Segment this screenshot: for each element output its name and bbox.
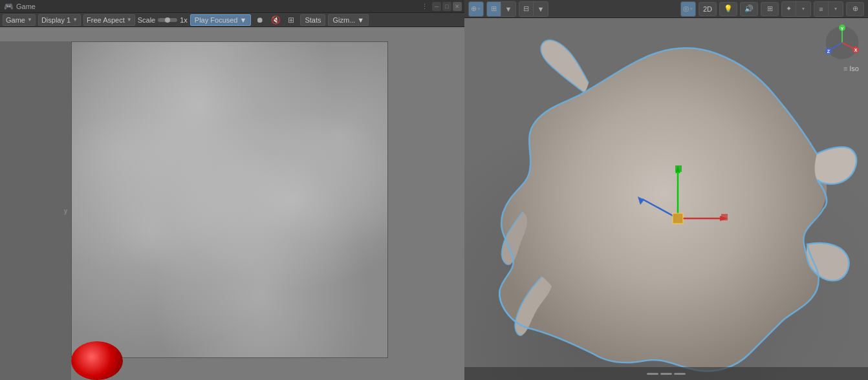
game-toolbar: Game ▼ Display 1 ▼ Free Aspect ▼ Scale 1…	[0, 13, 464, 27]
game-dropdown-arrow: ▼	[27, 17, 32, 23]
red-sphere	[71, 341, 123, 380]
scene-bottom-dots	[647, 373, 686, 375]
close-button[interactable]: ✕	[453, 2, 462, 11]
scene-viewport[interactable]: Y X Z ≡ Iso	[464, 18, 868, 380]
grid-snap-button[interactable]: ▼	[501, 2, 515, 16]
display-dropdown-arrow: ▼	[72, 17, 78, 23]
effects-dropdown-button[interactable]: ▼	[796, 2, 810, 16]
display-label: Display 1	[41, 16, 71, 24]
svg-rect-8	[675, 165, 682, 172]
render-mode-group: ◎ ▼	[680, 1, 696, 17]
snap-dropdown-button[interactable]: ▼	[534, 2, 548, 16]
gizmos-button[interactable]: Gizm... ▼	[328, 14, 369, 26]
game-canvas	[71, 41, 388, 358]
bottom-dot-3	[674, 373, 686, 375]
scene-bottom-bar	[464, 367, 868, 380]
scene-toolbar-right: ◎ ▼ 2D 💡 🔊 ⊞ ✦ ▼ ≡ ▼	[680, 1, 864, 17]
game-viewport[interactable]: y	[0, 27, 464, 380]
bottom-dot-1	[647, 373, 658, 375]
stats-label: Stats	[305, 16, 321, 24]
iso-text: Iso	[849, 65, 859, 72]
game-panel-title: Game	[16, 3, 36, 10]
game-dropdown[interactable]: Game ▼	[3, 14, 36, 26]
transform-tools-group: ⊕ ▼	[468, 1, 484, 17]
aspect-dropdown[interactable]: Free Aspect ▼	[83, 14, 135, 26]
stats-button[interactable]: Stats	[300, 14, 325, 26]
play-focused-button[interactable]: Play Focused ▼	[190, 14, 252, 26]
orientation-gizmo[interactable]: Y X Z	[823, 23, 862, 62]
game-panel-icon: 🎮	[4, 2, 14, 11]
play-focused-arrow: ▼	[240, 16, 247, 24]
display-dropdown[interactable]: Display 1 ▼	[38, 14, 81, 26]
mute-button[interactable]: 🔇	[269, 14, 282, 26]
game-panel: 🎮 Game ⋮ ─ □ ✕ Game ▼ Display 1 ▼ Free A…	[0, 0, 464, 380]
2d-label: 2D	[703, 5, 712, 13]
svg-text:Y: Y	[841, 26, 844, 31]
scene-audio-button[interactable]: 🔊	[740, 2, 758, 16]
2d-toggle-button[interactable]: 2D	[699, 2, 717, 16]
gizmo-button[interactable]: ⊕	[846, 2, 864, 16]
scale-control: Scale 1x	[138, 16, 188, 24]
scene-panel: ⊕ ▼ ⊞ ▼ ⊟ ▼ ◎ ▼ 2D	[464, 0, 868, 380]
minimize-button[interactable]: ─	[432, 2, 441, 11]
svg-rect-6	[673, 213, 683, 224]
visibility-button[interactable]: ≡	[814, 2, 829, 16]
y-axis-label: y	[63, 206, 69, 216]
play-focused-label: Play Focused	[195, 16, 238, 24]
left-strip: y	[0, 41, 71, 380]
dots-menu-icon[interactable]: ⋮	[421, 3, 428, 11]
scale-slider[interactable]	[158, 18, 177, 22]
grid-tools-group: ⊞ ▼	[486, 1, 516, 17]
maximize-button[interactable]: □	[442, 2, 451, 11]
game-titlebar: 🎮 Game ⋮ ─ □ ✕	[0, 0, 464, 13]
gizmos-arrow: ▼	[357, 16, 364, 24]
iso-label: ≡ Iso	[843, 65, 859, 72]
gizmo-svg: Y X Z	[823, 23, 862, 62]
bottom-dot-2	[660, 373, 672, 375]
iso-menu-icon: ≡	[843, 65, 847, 72]
render-mode-button[interactable]: ◎ ▼	[681, 2, 695, 16]
grid-button[interactable]: ⊞	[285, 14, 298, 26]
move-tool-button[interactable]: ⊕ ▼	[469, 2, 483, 16]
visibility-dropdown-button[interactable]: ▼	[829, 2, 843, 16]
grid-button[interactable]: ⊞	[487, 2, 501, 16]
snap-button[interactable]: ⊟	[519, 2, 534, 16]
game-label: Game	[6, 16, 25, 24]
scene-camera-button[interactable]: ⊞	[761, 2, 779, 16]
effects-button[interactable]: ✦	[782, 2, 796, 16]
record-button[interactable]: ⏺	[254, 14, 266, 26]
visibility-group: ≡ ▼	[814, 1, 843, 17]
window-controls: ⋮ ─ □ ✕	[421, 0, 464, 13]
svg-text:Z: Z	[827, 49, 830, 54]
aspect-dropdown-arrow: ▼	[127, 17, 132, 23]
scene-toolbar: ⊕ ▼ ⊞ ▼ ⊟ ▼ ◎ ▼ 2D	[464, 0, 868, 18]
svg-text:X: X	[854, 48, 858, 52]
scene-lighting-button[interactable]: 💡	[719, 2, 737, 16]
scale-label: Scale	[138, 16, 156, 24]
scene-object-svg	[464, 18, 868, 380]
gizmos-label: Gizm...	[332, 16, 355, 24]
snap-tools-group: ⊟ ▼	[519, 1, 548, 17]
svg-rect-7	[721, 214, 728, 220]
scale-value: 1x	[180, 16, 188, 24]
aspect-label: Free Aspect	[87, 16, 125, 24]
effects-group: ✦ ▼	[781, 1, 811, 17]
